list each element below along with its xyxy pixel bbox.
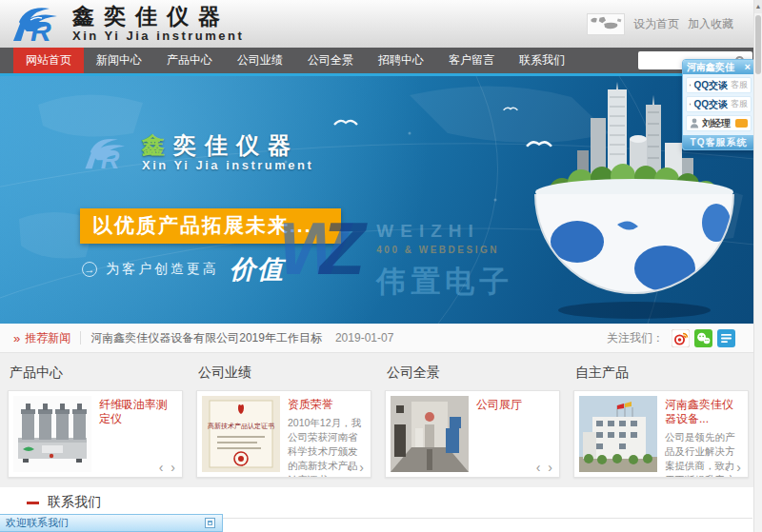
qq-chat-row[interactable]: QQ交谈 客服 [686,77,752,93]
brand-swoosh-icon: R [8,3,67,45]
banner-logo-title-first: 鑫 [142,132,173,158]
svg-text:R: R [30,15,51,45]
fiber-tester-photo[interactable] [13,396,91,472]
qq-chat-label: QQ交谈 [693,79,728,92]
nav-item-panorama[interactable]: 公司全景 [295,48,366,73]
site-logo[interactable]: R 鑫奕佳仪器 Xin Yi Jia instrument [8,3,244,45]
carousel-prev-icon[interactable]: ‹ [348,462,352,474]
news-marker-icon: » [13,332,20,345]
carousel-next-icon[interactable]: › [736,462,741,474]
qq-penguin-icon [690,79,691,91]
column-own-products: 自主产品 [573,364,749,487]
certificate-title-text: 高新技术产品认定证书 [208,422,274,430]
carousel-next-icon[interactable]: › [359,462,364,474]
logo-title: 鑫奕佳仪器 [72,5,244,29]
product-card: 纤维吸油率测定仪 ‹ › [8,390,183,478]
column-products: 产品中心 [8,364,183,487]
column-panorama: 公司全景 [385,364,560,487]
hero-banner[interactable]: R 鑫奕佳仪器 Xin Yi Jia instrument 以优质产品拓展未来.… [0,73,762,324]
blog-icon[interactable] [717,329,735,347]
weibo-icon[interactable] [672,329,690,347]
add-favorite-link[interactable]: 加入收藏 [688,16,733,32]
follow-us: 关注我们： [607,329,749,347]
banner-logo-text: 鑫奕佳仪器 Xin Yi Jia instrument [142,133,313,172]
nav-item-recruit[interactable]: 招聘中心 [366,48,436,73]
main-nav: 网站首页 新闻中心 产品中心 公司业绩 公司全景 招聘中心 客户留言 联系我们 [0,48,762,73]
qq-panel-header: 河南鑫奕佳 × [683,60,754,74]
nav-item-achievements[interactable]: 公司业绩 [225,48,295,73]
panorama-card: 公司展厅 ‹ › [385,390,560,478]
qq-panel-body: QQ交谈 客服 QQ交谈 客服 刘经理 [683,74,754,135]
panorama-link[interactable]: 公司展厅 [476,398,553,412]
arrow-circle-icon: → [82,262,97,277]
column-title: 公司业绩 [198,365,371,382]
logo-subtitle: Xin Yi Jia instrument [72,29,244,43]
world-map-thumbnail [587,13,625,35]
wechat-icon[interactable] [694,329,712,347]
carousel-prev-icon[interactable]: ‹ [725,462,730,474]
nav-item-products[interactable]: 产品中心 [154,48,225,73]
follow-us-label: 关注我们： [607,330,664,346]
logo-text: 鑫奕佳仪器 Xin Yi Jia instrument [72,5,244,43]
own-products-card: 河南鑫奕佳仪器设备... 公司是领先的产品及行业解决方案提供商，致力于不断提升客… [573,390,749,478]
divider [80,331,81,345]
carousel-nav: ‹ › [348,462,364,474]
news-label: 推荐新闻 [25,330,70,346]
qq-manager-label: 刘经理 [702,117,731,130]
svg-text:R: R [101,145,120,172]
carousel-prev-icon[interactable]: ‹ [536,462,541,474]
product-link[interactable]: 纤维吸油率测定仪 [99,398,176,426]
qq-penguin-icon [690,98,691,110]
showroom-photo[interactable] [391,396,469,472]
qq-service-panel: 河南鑫奕佳 × QQ交谈 客服 [682,59,755,150]
own-products-link[interactable]: 河南鑫奕佳仪器设备... [665,398,742,426]
news-date: 2019-01-07 [335,331,393,345]
qq-chat-tag: 客服 [731,98,748,110]
qq-manager-row[interactable]: 刘经理 [686,115,752,131]
qq-status-badge [735,119,748,128]
scrollbar[interactable]: ▲ [753,0,762,532]
top-header: R 鑫奕佳仪器 Xin Yi Jia instrument 设为首页 加入收藏 [0,0,762,48]
set-home-link[interactable]: 设为首页 [633,16,679,32]
column-title: 公司全景 [387,365,560,382]
page: R 鑫奕佳仪器 Xin Yi Jia instrument 设为首页 加入收藏 … [0,0,762,532]
carousel-nav: ‹ › [159,462,175,474]
achievement-link[interactable]: 资质荣誉 [288,398,365,412]
chat-dock-bar[interactable]: 欢迎联系我们 [0,514,223,532]
restore-window-icon[interactable] [205,518,215,528]
qq-chat-tag: 客服 [731,79,748,91]
qq-panel-footer[interactable]: TQ客服系统 [683,135,754,149]
nav-item-home[interactable]: 网站首页 [13,48,84,73]
banner-sub-slogan-text: 为客户创造更高 [106,261,219,278]
banner-slogan: 以优质产品拓展未来... [80,208,341,244]
scroll-up-icon[interactable]: ▲ [754,0,762,13]
carousel-nav: ‹ › [536,462,552,474]
carousel-next-icon[interactable]: › [548,462,552,474]
banner-logo-title-rest: 奕佳仪器 [173,132,299,158]
certificate-photo[interactable]: 高新技术产品认定证书 [202,396,280,472]
close-icon[interactable]: × [745,62,751,72]
carousel-next-icon[interactable]: › [170,462,175,474]
person-icon [690,118,699,128]
carousel-prev-icon[interactable]: ‹ [159,462,164,474]
company-building-photo[interactable] [579,396,657,472]
bird-icon [333,116,358,128]
chat-dock-label: 欢迎联系我们 [6,516,69,530]
achievement-card: 高新技术产品认定证书 资质荣誉 2010年12月，我公司荣获河南省科学技术厅颁发… [196,390,371,478]
news-ticker-bar: » 推荐新闻 河南鑫奕佳仪器设备有限公司2019年工作目标 2019-01-07… [0,324,762,353]
scrollbar-thumb[interactable] [755,15,761,74]
carousel-nav: ‹ › [725,462,741,474]
banner-logo-title: 鑫奕佳仪器 [142,133,313,158]
footer-heading: 联系我们 [27,494,762,511]
column-achievements: 公司业绩 高新技术产品认定证书 [196,364,371,487]
footer-title: 联系我们 [48,494,101,511]
nav-item-contact[interactable]: 联系我们 [507,48,577,73]
qq-panel-title: 河南鑫奕佳 [687,61,734,74]
news-headline-link[interactable]: 河南鑫奕佳仪器设备有限公司2019年工作目标 [90,330,322,346]
bird-icon [503,105,518,112]
header-quick-links: 设为首页 加入收藏 [587,13,733,35]
nav-item-feedback[interactable]: 客户留言 [436,48,507,73]
nav-item-news[interactable]: 新闻中心 [84,48,154,73]
content-section: 产品中心 [0,353,762,487]
qq-chat-row[interactable]: QQ交谈 客服 [686,96,752,112]
